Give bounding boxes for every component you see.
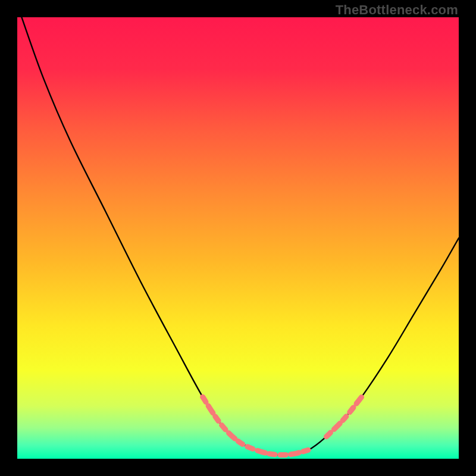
attribution-label: TheBottleneck.com: [336, 2, 458, 18]
gradient-background: [17, 17, 459, 459]
chart-area: [17, 17, 459, 459]
svg-rect-0: [17, 17, 459, 459]
